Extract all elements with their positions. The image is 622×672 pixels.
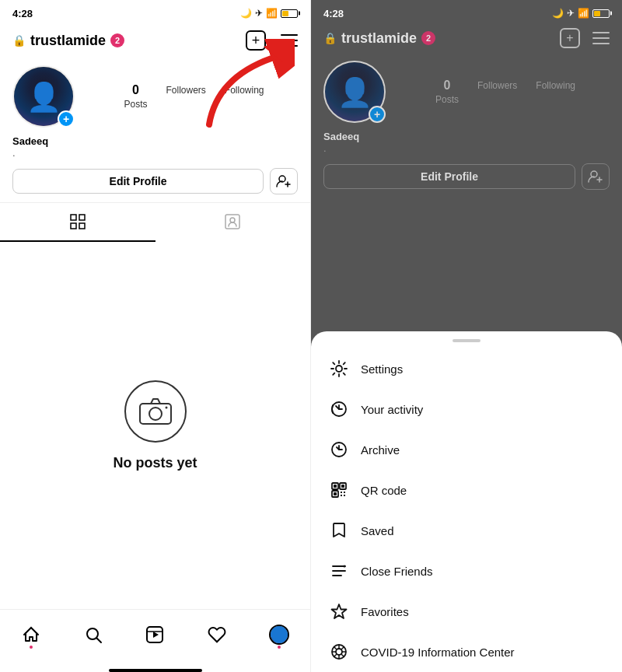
reels-nav-button[interactable] (139, 619, 170, 650)
saved-menu-item[interactable]: Saved (311, 510, 622, 551)
profile-info-left: + 0 Posts Followers Following (0, 58, 310, 132)
followers-stat-right: Followers (477, 79, 517, 105)
menu-button-left[interactable] (281, 34, 298, 47)
no-posts-label: No posts yet (113, 455, 197, 471)
followers-label-right: Followers (477, 80, 517, 91)
header-icons-right: + (560, 28, 610, 48)
tab-tagged[interactable] (156, 203, 311, 242)
edit-profile-button[interactable]: Edit Profile (12, 169, 264, 194)
header-icons-left: + (243, 28, 298, 53)
new-post-button-right: + (560, 28, 580, 48)
add-person-button[interactable] (270, 168, 298, 194)
profile-nav-button[interactable] (264, 619, 295, 650)
posts-stat-right: 0 Posts (435, 79, 459, 105)
saved-label: Saved (361, 524, 394, 537)
activity-nav-button[interactable] (201, 619, 232, 650)
svg-rect-30 (334, 492, 337, 495)
favorites-icon (330, 602, 348, 621)
avatar-wrap-right: + (323, 61, 386, 123)
add-person-icon-right (588, 170, 603, 183)
add-person-icon (276, 175, 292, 187)
bottom-sheet: Settings Your activity (311, 331, 622, 672)
svg-line-46 (334, 646, 337, 649)
settings-menu-item[interactable]: Settings (311, 348, 622, 389)
profile-name-left: Sadeeq (12, 135, 298, 147)
lock-icon-right: 🔒 (323, 32, 337, 44)
your-activity-menu-item[interactable]: Your activity (311, 389, 622, 429)
svg-rect-3 (71, 215, 76, 220)
status-bar-right: 4:28 🌙 ✈ 📶 (311, 0, 622, 23)
notification-badge-left[interactable]: 2 (110, 33, 124, 47)
profile-nav-dot (278, 646, 281, 649)
status-time-left: 4:28 (12, 8, 33, 19)
avatar-wrap-left: + (12, 65, 75, 128)
archive-icon (330, 440, 348, 459)
profile-name-section-left: Sadeeq . (0, 132, 310, 160)
favorites-label: Favorites (361, 605, 409, 618)
dimmed-profile: 4:28 🌙 ✈ 📶 🔒 trustlamide 2 + (311, 0, 622, 198)
search-nav-button[interactable] (78, 619, 109, 650)
profile-dot-left: . (12, 147, 298, 159)
status-time-right: 4:28 (323, 8, 344, 19)
qr-code-menu-item[interactable]: QR code (311, 470, 622, 510)
home-indicator-left (109, 669, 202, 672)
archive-menu-item[interactable]: Archive (311, 429, 622, 470)
lock-icon-left: 🔒 (12, 34, 26, 47)
username-label-left: trustlamide (30, 33, 106, 49)
profile-name-section-right: Sadeeq . (311, 128, 622, 156)
following-label-right: Following (536, 80, 575, 91)
svg-rect-29 (341, 485, 344, 488)
svg-point-10 (149, 408, 162, 420)
svg-rect-4 (79, 215, 85, 220)
svg-line-47 (341, 654, 344, 657)
home-nav-button[interactable] (16, 619, 47, 650)
moon-icon-right: 🌙 (552, 8, 564, 19)
sheet-handle (453, 339, 480, 342)
svg-line-48 (341, 646, 344, 649)
profile-header-right: 🔒 trustlamide 2 + (311, 23, 622, 53)
camera-icon (138, 397, 173, 425)
svg-point-11 (165, 406, 167, 408)
username-row-right: 🔒 trustlamide 2 (323, 30, 554, 47)
tab-grid[interactable] (0, 203, 156, 242)
stats-row-right: 0 Posts Followers Following (401, 79, 610, 105)
profile-header-left: 🔒 trustlamide 2 + (0, 23, 310, 58)
profile-name-right: Sadeeq (323, 131, 610, 142)
heart-icon (208, 625, 226, 644)
profile-info-right: + 0 Posts Followers Following (311, 53, 622, 128)
battery-icon-left (281, 9, 298, 18)
right-panel: 4:28 🌙 ✈ 📶 🔒 trustlamide 2 + (311, 0, 622, 672)
new-post-button[interactable]: + (243, 28, 268, 53)
saved-icon (330, 521, 348, 540)
status-bar-left: 4:28 🌙 ✈ 📶 (0, 0, 310, 23)
svg-rect-5 (71, 223, 76, 229)
favorites-menu-item[interactable]: Favorites (311, 591, 622, 632)
posts-count-right: 0 (444, 79, 451, 93)
covid-menu-item[interactable]: COVID-19 Information Center (311, 632, 622, 672)
posts-count: 0 (132, 83, 139, 97)
wifi-icon-right: 📶 (578, 8, 589, 19)
followers-label: Followers (166, 85, 205, 96)
reels-icon (145, 625, 164, 644)
settings-label: Settings (361, 362, 403, 376)
search-icon (84, 625, 103, 644)
svg-rect-28 (334, 485, 337, 488)
svg-point-38 (344, 565, 346, 568)
profile-buttons-left: Edit Profile (0, 160, 310, 202)
followers-stat: Followers (166, 83, 205, 110)
svg-rect-31 (341, 492, 342, 493)
svg-line-49 (334, 654, 337, 657)
avatar-plus-button[interactable]: + (58, 110, 75, 128)
profile-content-left: No posts yet (0, 242, 310, 609)
airplane-icon-right: ✈ (567, 8, 575, 19)
close-friends-icon (330, 562, 348, 580)
edit-profile-button-right: Edit Profile (323, 164, 575, 189)
bottom-nav-left (0, 609, 310, 666)
following-stat: Following (225, 83, 264, 110)
profile-tabs-left (0, 202, 310, 242)
svg-point-22 (336, 366, 342, 372)
close-friends-menu-item[interactable]: Close Friends (311, 551, 622, 591)
posts-label: Posts (124, 99, 147, 110)
svg-rect-7 (225, 215, 239, 229)
qr-code-label: QR code (361, 484, 407, 497)
